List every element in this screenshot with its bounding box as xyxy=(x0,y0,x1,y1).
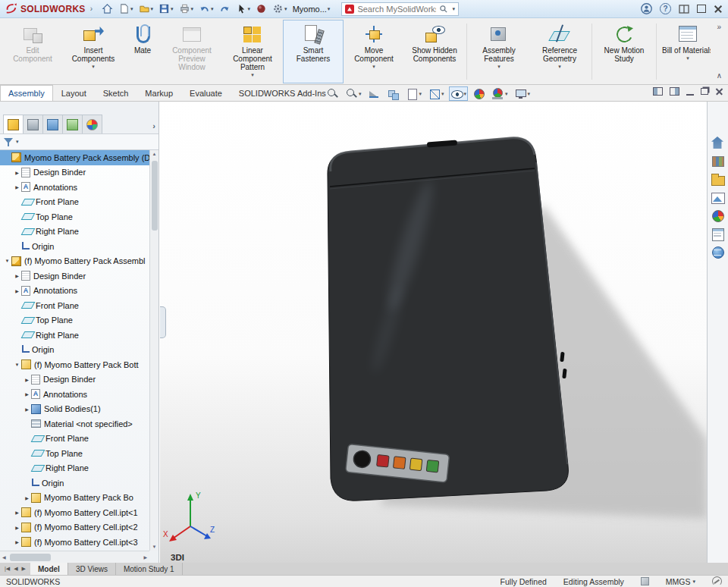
scroll-left-icon[interactable]: ◀ xyxy=(2,554,6,560)
dropdown-caret-icon[interactable]: ▾ xyxy=(251,72,254,78)
tree-item[interactable]: Origin xyxy=(0,476,149,491)
maximize-icon[interactable] xyxy=(697,5,706,13)
horizontal-scroll-track[interactable] xyxy=(8,554,142,561)
collapsed-arrow-icon[interactable]: ▶ xyxy=(23,391,31,397)
options-button[interactable]: ▾ xyxy=(271,2,289,17)
scroll-down-icon[interactable]: ▼ xyxy=(152,545,157,549)
search-input[interactable] xyxy=(357,5,436,14)
protractor-icon[interactable] xyxy=(712,576,722,586)
edit-appearance-button[interactable] xyxy=(471,86,487,101)
dropdown-caret-icon[interactable]: ▾ xyxy=(130,6,133,12)
filter-funnel-icon[interactable] xyxy=(4,137,14,147)
select-button[interactable]: ▾ xyxy=(234,2,253,17)
dropdown-caret-icon[interactable]: ▾ xyxy=(171,6,174,12)
tree-item[interactable]: Top Plane xyxy=(0,313,149,328)
ribbon-button-linear-pattern[interactable]: Linear Component Pattern▾ xyxy=(222,20,283,83)
tree-vertical-scrollbar[interactable]: ▲ ▼ xyxy=(149,150,158,551)
ribbon-button-smart-fasteners[interactable]: Smart Fasteners xyxy=(283,20,344,83)
forum-icon[interactable] xyxy=(711,246,725,259)
ribbon-collapse-icon[interactable]: ∧ xyxy=(717,71,722,80)
collapsed-arrow-icon[interactable]: ▶ xyxy=(13,510,21,515)
dropdown-caret-icon[interactable]: ▾ xyxy=(686,55,689,61)
custom-properties-icon[interactable] xyxy=(711,228,725,240)
tree-item[interactable]: Front Plane xyxy=(0,432,149,447)
collapsed-arrow-icon[interactable]: ▶ xyxy=(23,377,31,382)
collapsed-arrow-icon[interactable]: ▶ xyxy=(13,273,21,278)
tree-item[interactable]: ▶(f) Myomo Battery Cell.ipt<2 xyxy=(0,520,149,535)
collapsed-arrow-icon[interactable]: ▶ xyxy=(13,170,21,175)
appearances-scenes-icon[interactable] xyxy=(711,209,725,222)
collapsed-arrow-icon[interactable]: ▶ xyxy=(13,539,21,545)
close-icon[interactable] xyxy=(713,4,723,14)
tab-markup[interactable]: Markup xyxy=(136,85,181,101)
tab-featuremanager-tree[interactable] xyxy=(3,115,24,133)
open-button[interactable]: ▾ xyxy=(137,2,155,17)
right-pane-icon[interactable] xyxy=(670,87,679,96)
tree-item[interactable]: Right Plane xyxy=(0,461,149,476)
hide-show-items-button[interactable]: ▾ xyxy=(449,86,469,101)
minimize-document-icon[interactable] xyxy=(686,94,694,96)
dropdown-caret-icon[interactable]: ▾ xyxy=(191,6,194,12)
dropdown-caret-icon[interactable]: ▾ xyxy=(92,64,95,70)
unit-system-selector[interactable]: MMGS ▾ xyxy=(666,577,695,586)
tree-item[interactable]: Origin xyxy=(0,343,149,358)
tree-item[interactable]: Origin xyxy=(0,239,149,254)
tree-item[interactable]: Myomo Battery Pack Assembly (Defa xyxy=(0,150,149,165)
tree-item[interactable]: ▼(f) Myomo Battery Pack Assembl xyxy=(0,254,149,269)
document-menu[interactable]: Myomo... ▾ xyxy=(291,2,332,17)
account-icon[interactable] xyxy=(640,2,653,15)
ribbon-button-bom[interactable]: Bill of Materials▾ xyxy=(658,20,711,83)
ribbon-button-show-hidden[interactable]: Show Hidden Components xyxy=(404,20,465,83)
home-button[interactable] xyxy=(100,2,115,17)
search-caret-icon[interactable]: ▾ xyxy=(452,6,455,12)
view-settings-button[interactable]: ▾ xyxy=(513,86,532,101)
dropdown-caret-icon[interactable]: ▾ xyxy=(284,6,287,12)
tab-layout[interactable]: Layout xyxy=(53,85,95,101)
tree-item[interactable]: ▶Solid Bodies(1) xyxy=(0,402,149,417)
dropdown-caret-icon[interactable]: ▾ xyxy=(151,6,154,12)
design-library-icon[interactable] xyxy=(711,155,725,168)
manager-tabs-overflow-icon[interactable]: › xyxy=(152,121,155,130)
undo-button[interactable]: ▾ xyxy=(197,2,215,17)
tree-item[interactable]: ▶(f) Myomo Battery Cell.ipt<3 xyxy=(0,535,149,550)
collapsed-arrow-icon[interactable]: ▶ xyxy=(13,525,21,530)
ribbon-button-reference-geometry[interactable]: Reference Geometry▾ xyxy=(529,20,590,83)
scroll-right-icon[interactable]: ▶ xyxy=(143,554,147,560)
expanded-arrow-icon[interactable]: ▼ xyxy=(3,259,11,263)
tree-item[interactable]: ▶Annotations xyxy=(0,180,149,195)
dropdown-caret-icon[interactable]: ▾ xyxy=(497,64,500,70)
tree-item[interactable]: ▶Myomo Battery Pack Bo xyxy=(0,491,149,506)
save-button[interactable]: ▾ xyxy=(157,2,175,17)
zoom-fit-button[interactable] xyxy=(325,86,340,101)
ribbon-button-assembly-features[interactable]: Assembly Features▾ xyxy=(469,20,529,83)
tree-item[interactable]: Material <not specified> xyxy=(0,416,149,432)
tree-item[interactable]: Right Plane xyxy=(0,224,149,240)
close-document-icon[interactable] xyxy=(715,87,723,96)
restore-document-icon[interactable] xyxy=(701,88,708,95)
drawing-sheet-button[interactable]: ▾ xyxy=(404,86,424,101)
section-view-button[interactable] xyxy=(366,86,382,101)
collapsed-arrow-icon[interactable]: ▶ xyxy=(23,495,31,501)
dropdown-caret-icon[interactable]: ▾ xyxy=(372,64,375,70)
print-button[interactable]: ▾ xyxy=(177,2,196,17)
tree-item[interactable]: ▼(f) Myomo Battery Pack Bott xyxy=(0,357,149,372)
dropdown-caret-icon[interactable]: ▾ xyxy=(248,6,251,12)
ribbon-button-mate[interactable]: Mate xyxy=(124,20,162,83)
collapsed-arrow-icon[interactable]: ▶ xyxy=(13,184,21,190)
rebuild-button[interactable] xyxy=(254,2,268,17)
tab-displaymanager[interactable] xyxy=(82,115,102,133)
tree-item[interactable]: Right Plane xyxy=(0,328,149,343)
tree-item[interactable]: ▶(f) Myomo Battery Cell.ipt<1 xyxy=(0,505,149,520)
collapsed-arrow-icon[interactable]: ▶ xyxy=(23,407,31,412)
model-canvas[interactable]: Y X Z xyxy=(160,102,707,563)
panel-splitter-handle[interactable] xyxy=(160,306,166,338)
tree-item[interactable]: Front Plane xyxy=(0,195,149,210)
doc-tab-motion-study-1[interactable]: Motion Study 1 xyxy=(116,563,183,575)
first-tab-icon[interactable]: |◀ xyxy=(5,566,10,572)
help-icon[interactable]: ? xyxy=(660,3,671,14)
next-tab-icon[interactable]: ▶ xyxy=(22,566,26,572)
panes-icon[interactable] xyxy=(678,3,690,15)
collapsed-arrow-icon[interactable]: ▶ xyxy=(13,288,21,294)
dropdown-caret-icon[interactable]: ▾ xyxy=(211,6,214,12)
tree-item[interactable]: ▶Annotations xyxy=(0,387,149,402)
